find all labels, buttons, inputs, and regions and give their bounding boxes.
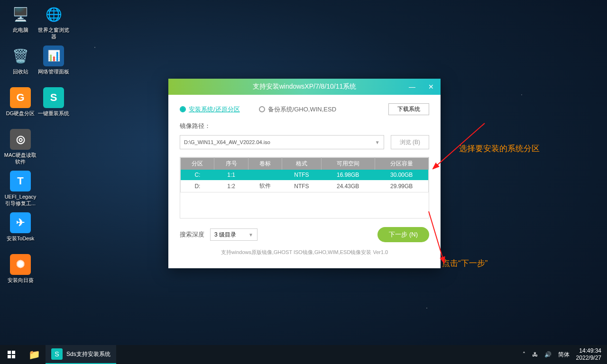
desktop-icon[interactable]: TUEFI_Legacy引导修复工... — [4, 171, 37, 210]
svg-rect-2 — [8, 351, 11, 354]
desktop-icon-label: 安装ToDesk — [7, 235, 35, 242]
table-cell: D: — [181, 180, 214, 192]
radio-dot-icon — [259, 106, 265, 112]
app-icon: S — [51, 348, 63, 360]
table-cell: C: — [181, 170, 214, 180]
desktop-icon[interactable]: 🖥️此电脑 — [4, 4, 37, 44]
annotation-click-next: 点击“下一步” — [442, 258, 487, 269]
table-cell — [248, 170, 282, 180]
column-header[interactable]: 序号 — [214, 158, 248, 170]
chevron-down-icon[interactable]: ▼ — [375, 140, 380, 145]
close-button[interactable]: ✕ — [422, 79, 441, 95]
svg-rect-4 — [8, 355, 11, 358]
table-cell: 1:1 — [214, 170, 248, 180]
column-header[interactable]: 卷标 — [248, 158, 282, 170]
app-icon: 🖥️ — [10, 4, 31, 25]
column-header[interactable]: 分区 — [181, 158, 214, 170]
chevron-up-icon[interactable]: ˄ — [523, 351, 525, 358]
footnote: 支持windows原版镜像,GHOST ISO镜像,GHO,WIM,ESD镜像安… — [180, 249, 429, 256]
app-icon: ◎ — [10, 129, 31, 150]
file-explorer-icon[interactable]: 📁 — [23, 345, 46, 364]
browse-button[interactable]: 浏览 (B) — [391, 135, 429, 149]
column-header[interactable]: 分区容量 — [375, 158, 428, 170]
desktop-icon-label: 回收站 — [13, 68, 28, 75]
table-row[interactable]: D:1:2软件NTFS24.43GB29.99GB — [181, 180, 429, 192]
app-icon: 🌐 — [43, 4, 64, 25]
desktop-icon-label: MAC硬盘读取软件 — [4, 152, 37, 165]
table-cell: NTFS — [282, 180, 321, 192]
installer-window: 支持安装windowsXP/7/8/10/11系统 — ✕ 安装系统/还原分区 … — [168, 79, 441, 268]
search-depth-select[interactable]: 3 级目录 ▼ — [210, 228, 258, 241]
desktop-icon[interactable]: 🗑️回收站 — [4, 46, 37, 85]
desktop-icon[interactable]: S一键重装系统 — [37, 87, 70, 127]
app-icon: 🗑️ — [10, 46, 31, 66]
chevron-down-icon: ▼ — [248, 232, 253, 237]
app-icon: S — [43, 87, 64, 108]
desktop-icon[interactable]: ✺安装向日葵 — [4, 254, 37, 294]
window-title: 支持安装windowsXP/7/8/10/11系统 — [253, 82, 357, 91]
svg-rect-5 — [12, 355, 15, 358]
start-button[interactable] — [0, 345, 23, 364]
taskbar-task-installer[interactable]: S Sds支持安装系统 — [46, 345, 116, 364]
search-depth-label: 搜索深度 — [180, 230, 204, 239]
app-icon: T — [10, 171, 31, 191]
desktop-icon[interactable]: ◎MAC硬盘读取软件 — [4, 129, 37, 169]
app-icon: ✺ — [10, 254, 31, 275]
download-system-button[interactable]: 下载系统 — [388, 103, 429, 115]
table-row[interactable]: C:1:1NTFS16.98GB30.00GB — [181, 170, 429, 180]
svg-rect-3 — [12, 351, 15, 354]
table-cell: 软件 — [248, 180, 282, 192]
desktop-icon-label: DG硬盘分区 — [6, 110, 35, 117]
clock[interactable]: 14:49:34 2022/9/27 — [576, 347, 601, 362]
image-path-label: 镜像路径： — [180, 122, 429, 130]
column-header[interactable]: 可用空间 — [321, 158, 375, 170]
app-icon: ✈ — [10, 212, 31, 233]
desktop-icon[interactable]: 🌐世界之窗浏览器 — [37, 4, 70, 44]
desktop-icon[interactable]: GDG硬盘分区 — [4, 87, 37, 127]
image-path-input[interactable]: D:\G_WIN11_X64_AW_V2022.04.iso ▼ — [180, 135, 384, 149]
titlebar[interactable]: 支持安装windowsXP/7/8/10/11系统 — ✕ — [168, 79, 441, 95]
network-icon[interactable]: 🖧 — [532, 351, 538, 358]
table-cell: 24.43GB — [321, 180, 375, 192]
radio-backup[interactable]: 备份系统/GHO,WIN,ESD — [259, 105, 336, 114]
desktop-icon-label: 网络管理面板 — [38, 68, 69, 75]
table-cell: 29.99GB — [375, 180, 428, 192]
desktop-icon-label: 世界之窗浏览器 — [37, 27, 70, 40]
minimize-button[interactable]: — — [403, 79, 422, 95]
annotation-select-partition: 选择要安装的系统分区 — [459, 143, 540, 154]
desktop-icon-label: 此电脑 — [13, 27, 28, 33]
desktop-icon-label: UEFI_Legacy引导修复工... — [4, 193, 37, 207]
app-icon: G — [10, 87, 31, 108]
desktop-icon-label: 一键重装系统 — [38, 110, 69, 117]
table-cell: NTFS — [282, 170, 321, 180]
radio-install-restore[interactable]: 安装系统/还原分区 — [180, 105, 240, 114]
ime-indicator[interactable]: 简体 — [558, 351, 570, 359]
partition-table: 分区序号卷标格式可用空间分区容量 C:1:1NTFS16.98GB30.00GB… — [180, 157, 429, 218]
next-button[interactable]: 下一步 (N) — [377, 227, 429, 242]
desktop-icon[interactable]: 📊网络管理面板 — [37, 46, 70, 85]
taskbar: 📁 S Sds支持安装系统 ˄ 🖧 🔊 简体 14:49:34 2022/9/2… — [0, 345, 607, 364]
app-icon: 📊 — [43, 46, 64, 66]
table-cell: 16.98GB — [321, 170, 375, 180]
table-cell: 30.00GB — [375, 170, 428, 180]
system-tray: ˄ 🖧 🔊 简体 14:49:34 2022/9/27 — [523, 347, 607, 362]
table-cell: 1:2 — [214, 180, 248, 192]
column-header[interactable]: 格式 — [282, 158, 321, 170]
radio-dot-icon — [180, 106, 186, 112]
volume-icon[interactable]: 🔊 — [544, 351, 552, 358]
desktop-icon[interactable]: ✈安装ToDesk — [4, 212, 37, 252]
desktop-icon-label: 安装向日葵 — [8, 277, 34, 283]
